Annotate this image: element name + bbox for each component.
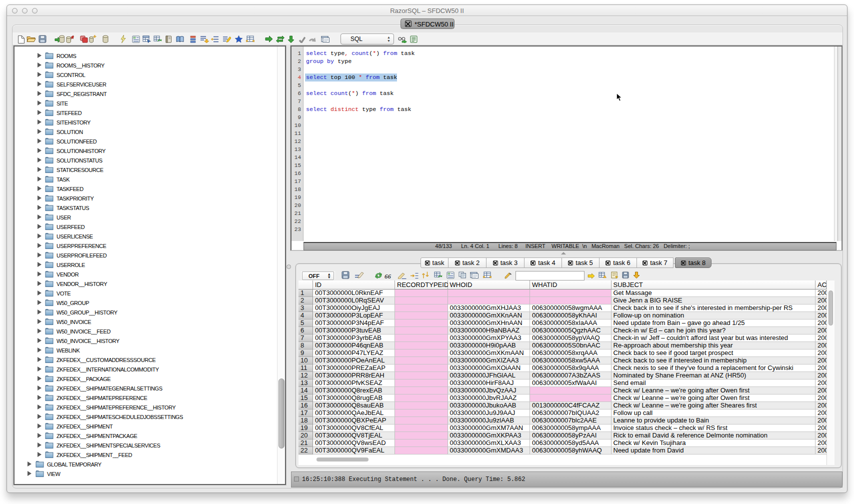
svg-text:66: 66 [384, 273, 392, 279]
